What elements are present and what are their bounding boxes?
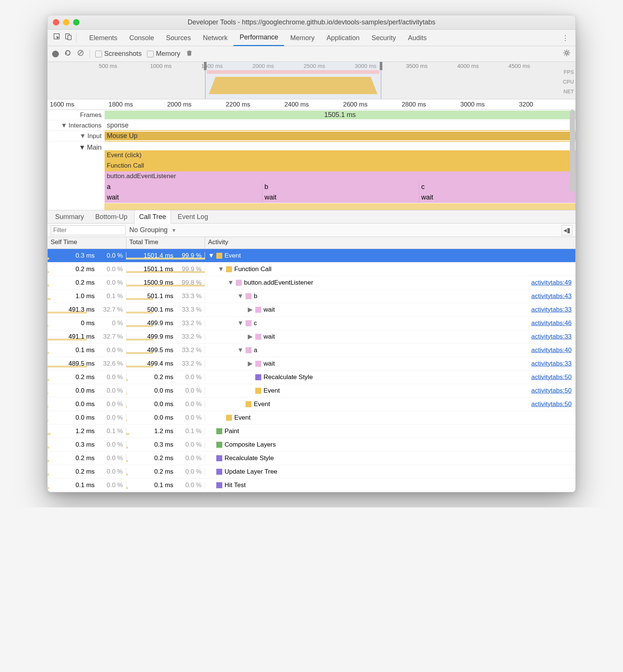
settings-gear-icon[interactable] bbox=[563, 49, 571, 59]
flame-listener[interactable]: button.addEventListener bbox=[105, 171, 575, 182]
ruler-tick: 3200 bbox=[517, 101, 575, 108]
overview-timeline[interactable]: 500 ms1000 ms1500 ms2000 ms2500 ms3000 m… bbox=[48, 62, 575, 99]
input-track[interactable]: ▼Input Mouse Up bbox=[48, 131, 575, 141]
window-title: Developer Tools - https://googlechrome.g… bbox=[48, 18, 575, 26]
titlebar: Developer Tools - https://googlechrome.g… bbox=[48, 15, 575, 30]
show-heaviest-stack-icon[interactable]: ◂▮ bbox=[562, 225, 572, 236]
chevron-right-icon[interactable]: ▶ bbox=[247, 333, 253, 340]
source-link[interactable]: activitytabs:33 bbox=[531, 306, 572, 314]
tab-sources[interactable]: Sources bbox=[160, 30, 197, 46]
table-row[interactable]: 0.2 ms 0.0 %0.2 ms 0.0 % Recalculate Sty… bbox=[48, 452, 575, 465]
overview-viewport[interactable] bbox=[205, 62, 381, 99]
table-row[interactable]: 489.5 ms 32.6 %499.4 ms 33.2 %▶ wait act… bbox=[48, 357, 575, 370]
device-toggle-icon[interactable] bbox=[63, 33, 74, 42]
table-row[interactable]: 0.0 ms 0.0 %0.0 ms 0.0 % Event bbox=[48, 411, 575, 424]
flame-wait-1[interactable]: wait bbox=[105, 192, 262, 203]
chevron-down-icon[interactable]: ▼ bbox=[218, 266, 224, 273]
kebab-menu-icon[interactable]: ⋮ bbox=[559, 34, 572, 42]
chevron-right-icon[interactable]: ▶ bbox=[247, 360, 253, 368]
table-row[interactable]: 1.2 ms 0.1 %1.2 ms 0.1 % Paint bbox=[48, 424, 575, 438]
scrollbar-thumb[interactable] bbox=[570, 110, 575, 192]
tab-application[interactable]: Application bbox=[320, 30, 365, 46]
col-self-time[interactable]: Self Time bbox=[48, 237, 126, 249]
flame-microtasks[interactable] bbox=[105, 203, 575, 210]
source-link[interactable]: activitytabs:46 bbox=[531, 320, 572, 327]
chevron-right-icon[interactable]: ▶ bbox=[247, 306, 253, 314]
flame-seg-c[interactable]: c bbox=[419, 182, 575, 192]
trash-icon[interactable] bbox=[186, 49, 193, 58]
tab-security[interactable]: Security bbox=[365, 30, 402, 46]
grouping-select[interactable]: No Grouping bbox=[129, 226, 168, 234]
table-row[interactable]: 0.2 ms 0.0 %0.2 ms 0.0 % Update Layer Tr… bbox=[48, 465, 575, 478]
flamechart-ruler[interactable]: 1600 ms1800 ms2000 ms2200 ms2400 ms2600 … bbox=[48, 99, 575, 110]
chevron-down-icon[interactable]: ▼ bbox=[208, 252, 214, 260]
source-link[interactable]: activitytabs:50 bbox=[531, 374, 572, 381]
overview-handle-right[interactable] bbox=[380, 62, 382, 70]
tab-audits[interactable]: Audits bbox=[402, 30, 433, 46]
details-tab-summary[interactable]: Summary bbox=[51, 210, 88, 224]
source-link[interactable]: activitytabs:49 bbox=[531, 279, 572, 286]
activity-color-swatch bbox=[255, 307, 261, 313]
flame-seg-b[interactable]: b bbox=[262, 182, 419, 192]
table-row[interactable]: 0.2 ms 0.0 %0.2 ms 0.0 % Recalculate Sty… bbox=[48, 370, 575, 384]
activity-name: Recalculate Style bbox=[264, 374, 313, 381]
table-row[interactable]: 0.1 ms 0.0 %499.5 ms 33.2 %▼ a activityt… bbox=[48, 344, 575, 357]
overview-tick: 3500 ms bbox=[406, 63, 457, 69]
filter-input[interactable] bbox=[51, 225, 126, 235]
ruler-tick: 1800 ms bbox=[106, 101, 165, 108]
chevron-down-icon[interactable]: ▼ bbox=[237, 320, 243, 327]
details-tab-event-log[interactable]: Event Log bbox=[173, 210, 213, 224]
main-track[interactable]: ▼Main Event (click) Function Call button… bbox=[48, 141, 575, 210]
tab-elements[interactable]: Elements bbox=[83, 30, 123, 46]
flame-seg-a[interactable]: a bbox=[105, 182, 262, 192]
activity-color-swatch bbox=[246, 401, 252, 407]
overview-handle-left[interactable] bbox=[204, 62, 207, 70]
flame-wait-2[interactable]: wait bbox=[262, 192, 419, 203]
clear-icon[interactable] bbox=[77, 49, 84, 58]
source-link[interactable]: activitytabs:33 bbox=[531, 333, 572, 340]
tab-console[interactable]: Console bbox=[123, 30, 160, 46]
record-button[interactable] bbox=[52, 51, 59, 57]
memory-checkbox[interactable]: Memory bbox=[147, 50, 180, 58]
chevron-down-icon[interactable]: ▼ bbox=[228, 279, 234, 286]
tab-performance[interactable]: Performance bbox=[234, 30, 284, 46]
table-row[interactable]: 0.0 ms 0.0 %0.0 ms 0.0 % Event activityt… bbox=[48, 384, 575, 398]
source-link[interactable]: activitytabs:50 bbox=[531, 387, 572, 394]
source-link[interactable]: activitytabs:33 bbox=[531, 360, 572, 368]
table-row[interactable]: 491.3 ms 32.7 %500.1 ms 33.3 %▶ wait act… bbox=[48, 303, 575, 316]
activity-color-swatch bbox=[216, 428, 222, 434]
flame-event-click[interactable]: Event (click) bbox=[105, 150, 575, 161]
table-row[interactable]: 1.0 ms 0.1 %501.1 ms 33.3 %▼ b activityt… bbox=[48, 290, 575, 303]
table-body: 0.3 ms 0.0 %1501.4 ms 99.9 %▼ Event 0.2 … bbox=[48, 249, 575, 492]
interactions-track[interactable]: ▼Interactions sponse bbox=[48, 120, 575, 131]
chevron-down-icon[interactable]: ▼ bbox=[237, 346, 243, 354]
col-total-time[interactable]: Total Time bbox=[126, 237, 205, 249]
table-row[interactable]: 0.2 ms 0.0 %1500.9 ms 99.8 %▼ button.add… bbox=[48, 276, 575, 290]
table-row[interactable]: 0.3 ms 0.0 %1501.4 ms 99.9 %▼ Event bbox=[48, 249, 575, 262]
reload-record-icon[interactable] bbox=[64, 49, 72, 58]
inspect-icon[interactable] bbox=[51, 33, 63, 42]
flame-function-call[interactable]: Function Call bbox=[105, 161, 575, 171]
table-row[interactable]: 0.3 ms 0.0 %0.3 ms 0.0 % Composite Layer… bbox=[48, 438, 575, 452]
table-row[interactable]: 0.2 ms 0.0 %1501.1 ms 99.9 %▼ Function C… bbox=[48, 262, 575, 276]
col-activity[interactable]: Activity bbox=[205, 237, 575, 249]
chevron-down-icon[interactable]: ▼ bbox=[237, 292, 243, 300]
flame-wait-3[interactable]: wait bbox=[419, 192, 575, 203]
table-row[interactable]: 0 ms 0 %499.9 ms 33.2 %▼ c activitytabs:… bbox=[48, 316, 575, 330]
activity-name: Event bbox=[225, 252, 241, 260]
source-link[interactable]: activitytabs:50 bbox=[531, 400, 572, 408]
source-link[interactable]: activitytabs:40 bbox=[531, 346, 572, 354]
grouping-dropdown-icon[interactable]: ▼ bbox=[171, 227, 177, 233]
frames-track[interactable]: Frames 1505.1 ms bbox=[48, 110, 575, 120]
table-row[interactable]: 491.1 ms 32.7 %499.9 ms 33.2 %▶ wait act… bbox=[48, 330, 575, 344]
ruler-tick: 2800 ms bbox=[400, 101, 458, 108]
tab-network[interactable]: Network bbox=[197, 30, 234, 46]
activity-name: Event bbox=[234, 414, 250, 422]
screenshots-checkbox[interactable]: Screenshots bbox=[95, 50, 142, 58]
source-link[interactable]: activitytabs:43 bbox=[531, 292, 572, 300]
details-tab-bottom-up[interactable]: Bottom-Up bbox=[91, 210, 132, 224]
details-tab-call-tree[interactable]: Call Tree bbox=[134, 210, 171, 224]
table-row[interactable]: 0.0 ms 0.0 %0.0 ms 0.0 % Event activityt… bbox=[48, 398, 575, 411]
table-row[interactable]: 0.1 ms 0.0 %0.1 ms 0.0 % Hit Test bbox=[48, 478, 575, 492]
tab-memory[interactable]: Memory bbox=[284, 30, 320, 46]
